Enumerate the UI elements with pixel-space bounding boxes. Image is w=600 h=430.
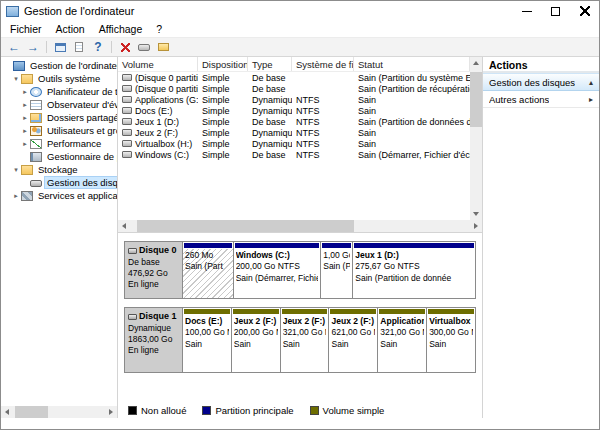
volume-disposition: Simple: [198, 95, 248, 105]
header-statut[interactable]: Statut: [354, 57, 470, 71]
scroll-right-button[interactable]: [105, 406, 117, 418]
collapse-icon[interactable]: ▴: [585, 78, 593, 87]
tree-item-gestionnaire-peripheriques[interactable]: Gestionnaire de périph: [1, 150, 117, 163]
header-volume[interactable]: Volume: [118, 57, 198, 71]
export-list-icon[interactable]: [70, 39, 88, 56]
actions-pane: Actions Gestion des disques ▴ Autres act…: [483, 57, 599, 418]
partition-color-bar: [428, 309, 474, 314]
open-folder-icon[interactable]: [154, 39, 172, 56]
table-row[interactable]: Jeux 1 (D:) Simple De base NTFS Sain (Pa…: [118, 116, 470, 127]
volume-icon: [122, 96, 132, 103]
partition-size: 260 Mo: [185, 250, 231, 261]
scroll-thumb[interactable]: [470, 72, 482, 128]
table-row[interactable]: (Disque 0 partition 4) Simple De base Sa…: [118, 83, 470, 94]
close-button[interactable]: [570, 1, 599, 21]
back-icon[interactable]: ←: [5, 39, 23, 56]
task-scheduler-icon: [30, 87, 42, 97]
table-row[interactable]: (Disque 0 partition 1) Simple De base Sa…: [118, 72, 470, 83]
partition-block-virtualbox-h[interactable]: Virtualbox ( 300,00 Go NT Sain: [426, 308, 475, 372]
disk-properties-icon[interactable]: [135, 39, 153, 56]
scroll-track[interactable]: [130, 220, 470, 232]
expander-icon[interactable]: ▾: [11, 75, 21, 83]
scroll-left-button[interactable]: [1, 406, 13, 418]
expander-icon[interactable]: ▾: [11, 166, 21, 174]
menu-affichage[interactable]: Affichage: [92, 22, 150, 36]
scroll-track[interactable]: [470, 69, 482, 208]
partition-block-jeux1-d[interactable]: Jeux 1 (D:) 275,67 Go NTFS Sain (Partiti…: [352, 242, 475, 298]
volume-icon: [122, 151, 132, 158]
scroll-left-button[interactable]: [118, 220, 130, 232]
scroll-track[interactable]: [13, 406, 105, 418]
table-row[interactable]: Docs (E:) Simple Dynamique NTFS Sain: [118, 105, 470, 116]
delete-volume-icon[interactable]: [116, 39, 134, 56]
volume-name: (Disque 0 partition 4): [135, 84, 198, 94]
expander-icon[interactable]: ▸: [20, 101, 30, 109]
actions-item-autres-actions[interactable]: Autres actions ▸: [483, 91, 599, 108]
disk-1-header[interactable]: Disque 1 Dynamique 1863,00 Go En ligne: [125, 308, 183, 372]
tree-item-dossiers-partages[interactable]: ▸ Dossiers partagés: [1, 111, 117, 124]
partition-block-docs-e[interactable]: Docs (E:) 100,00 Go N Sain: [183, 308, 231, 372]
submenu-icon[interactable]: ▸: [585, 95, 593, 104]
header-disposition[interactable]: Disposition: [198, 57, 248, 71]
partition-block-applications-g[interactable]: Applications 321,00 Go N Sain: [377, 308, 426, 372]
expander-icon[interactable]: ▸: [11, 192, 21, 200]
menu-action[interactable]: Action: [49, 22, 92, 36]
tree-item-gestion-des-disques[interactable]: Gestion des disques: [1, 176, 117, 189]
help-icon[interactable]: ?: [89, 39, 107, 56]
volume-horizontal-scrollbar[interactable]: [118, 220, 482, 232]
partition-block-efi[interactable]: 260 Mo Sain (Part: [183, 242, 233, 298]
table-row[interactable]: Jeux 2 (F:) Simple Dynamique NTFS Sain: [118, 127, 470, 138]
toolbar-separator: [111, 41, 112, 53]
header-systeme-fichiers[interactable]: Système de fichiers: [292, 57, 354, 71]
title-bar[interactable]: Gestion de l'ordinateur: [1, 1, 599, 21]
console-tree-icon[interactable]: [51, 39, 69, 56]
table-row[interactable]: Applications (G:) Simple Dynamique NTFS …: [118, 94, 470, 105]
maximize-button[interactable]: [541, 1, 570, 21]
scroll-thumb[interactable]: [137, 220, 355, 232]
partition-block-jeux2-f-1[interactable]: Jeux 2 (F:) 200,00 Go N Sain: [231, 308, 280, 372]
partition-block-jeux2-f-2[interactable]: Jeux 2 (F:) 321,00 Go N Sain: [280, 308, 329, 372]
tree-item-planificateur-taches[interactable]: ▸ Planificateur de tâches: [1, 85, 117, 98]
tree-item-performance[interactable]: ▸ Performance: [1, 137, 117, 150]
tree-item-utilisateurs-groupes[interactable]: ▸ Utilisateurs et groupes l: [1, 124, 117, 137]
tree-horizontal-scrollbar[interactable]: [1, 406, 117, 418]
volume-vertical-scrollbar[interactable]: [470, 57, 482, 220]
table-row[interactable]: Virtualbox (H:) Simple Dynamique NTFS Sa…: [118, 138, 470, 149]
volume-statut: Sain: [354, 106, 470, 116]
tree-item-label: Gestion des disques: [45, 177, 117, 188]
partition-color-bar: [322, 243, 351, 248]
expander-icon[interactable]: ▸: [20, 88, 30, 96]
tree-item-stockage[interactable]: ▾ Stockage: [1, 163, 117, 176]
tree-item-observateur-evenements[interactable]: ▸ Observateur d'événeme: [1, 98, 117, 111]
partition-size: 621,00 Go N: [331, 327, 375, 338]
menu-fichier[interactable]: Fichier: [3, 22, 49, 36]
maximize-icon: [551, 7, 560, 16]
section-label: Gestion des disques: [489, 77, 575, 88]
expander-icon[interactable]: ▸: [20, 140, 30, 148]
arrow-right-icon: [474, 223, 478, 229]
actions-section-gestion-des-disques[interactable]: Gestion des disques ▴: [483, 73, 599, 91]
forward-icon[interactable]: →: [24, 39, 42, 56]
scroll-up-button[interactable]: [470, 57, 482, 69]
partition-status: Sain: [380, 339, 424, 350]
tree-item-outils-systeme[interactable]: ▾ Outils système: [1, 72, 117, 85]
scroll-thumb[interactable]: [15, 406, 48, 418]
disk-0-header[interactable]: Disque 0 De base 476,92 Go En ligne: [125, 242, 183, 298]
table-row[interactable]: Windows (C:) Simple De base NTFS Sain (D…: [118, 149, 470, 160]
disk-1-row: Disque 1 Dynamique 1863,00 Go En ligne D…: [124, 307, 476, 373]
scroll-down-button[interactable]: [470, 208, 482, 220]
partition-block-recovery[interactable]: 1,00 Go Sain (Partitio: [320, 242, 352, 298]
header-type[interactable]: Type: [248, 57, 292, 71]
partition-block-windows-c[interactable]: Windows (C:) 200,00 Go NTFS Sain (Démarr…: [233, 242, 321, 298]
expander-icon[interactable]: ▸: [20, 127, 30, 135]
minimize-button[interactable]: [512, 1, 541, 21]
scroll-right-button[interactable]: [470, 220, 482, 232]
expander-icon[interactable]: ▸: [20, 114, 30, 122]
menu-aide[interactable]: ?: [149, 22, 169, 36]
tree-item-label: Dossiers partagés: [45, 112, 117, 123]
partition-block-jeux2-f-3[interactable]: Jeux 2 (F:) 621,00 Go N Sain: [328, 308, 377, 372]
volume-statut: Sain: [354, 95, 470, 105]
tree-item-services-applications[interactable]: ▸ Services et applications: [1, 189, 117, 202]
console-tree-pane: Gestion de l'ordinateur (local) ▾ Outils…: [1, 57, 118, 418]
tree-item-computer-management[interactable]: Gestion de l'ordinateur (local): [1, 59, 117, 72]
